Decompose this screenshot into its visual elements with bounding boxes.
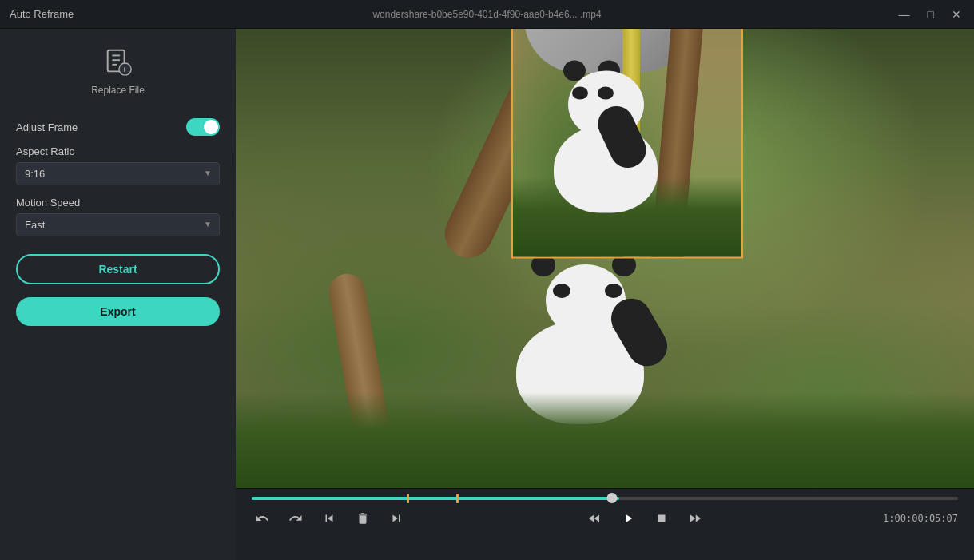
timeline-marker-2	[456, 494, 459, 503]
step-back-button[interactable]	[584, 508, 605, 529]
portrait-preview	[513, 29, 741, 257]
control-bar: 1:00:00:05:07	[236, 488, 974, 560]
maximize-button[interactable]: □	[924, 7, 937, 22]
svg-text:+: +	[121, 65, 127, 74]
skip-prev-button[interactable]	[319, 508, 340, 529]
close-button[interactable]: ✕	[948, 7, 964, 22]
redo-button[interactable]	[285, 508, 306, 529]
video-area: 1:00:00:05:07	[236, 29, 974, 560]
app-title: Auto Reframe	[10, 8, 74, 20]
step-forward-button[interactable]	[685, 508, 706, 529]
timeline[interactable]	[236, 489, 974, 503]
timeline-thumb[interactable]	[606, 493, 617, 503]
reframe-overlay[interactable]	[511, 29, 743, 259]
toggle-knob	[204, 120, 218, 134]
minimize-button[interactable]: —	[896, 7, 913, 22]
video-canvas	[236, 29, 974, 488]
play-button[interactable]	[618, 508, 638, 529]
export-button[interactable]: Export	[16, 297, 220, 326]
motion-speed-wrapper: Motion Speed Slow Normal Fast ▼	[16, 197, 220, 236]
panda-eye-right	[605, 284, 622, 298]
video-foliage	[236, 392, 974, 488]
stop-button[interactable]	[651, 508, 672, 529]
replace-file-icon: +	[101, 45, 136, 80]
portrait-panda-eye-r	[598, 87, 614, 100]
aspect-ratio-select[interactable]: 9:16 16:9 1:1 4:5 4:3	[16, 162, 220, 185]
title-bar: Auto Reframe wondershare-b0be5e90-401d-4…	[0, 0, 974, 29]
delete-button[interactable]	[352, 508, 373, 529]
playback-controls: 1:00:00:05:07	[236, 503, 974, 534]
aspect-ratio-label: Aspect Ratio	[16, 145, 220, 157]
window-controls: — □ ✕	[896, 7, 964, 22]
adjust-frame-toggle[interactable]	[186, 118, 220, 136]
aspect-ratio-wrapper: Aspect Ratio 9:16 16:9 1:1 4:5 4:3 ▼	[16, 145, 220, 185]
sidebar: + Replace File Adjust Frame Aspect Ratio…	[0, 29, 236, 560]
main-layout: + Replace File Adjust Frame Aspect Ratio…	[0, 29, 974, 560]
undo-button[interactable]	[252, 508, 272, 529]
adjust-frame-row: Adjust Frame	[16, 118, 220, 136]
time-display: 1:00:00:05:07	[883, 513, 958, 524]
adjust-frame-label: Adjust Frame	[16, 121, 78, 133]
restart-button[interactable]: Restart	[16, 254, 220, 284]
timeline-progress	[252, 497, 619, 500]
skip-next-button[interactable]	[386, 508, 407, 529]
filename-label: wondershare-b0be5e90-401d-4f90-aae0-b4e6…	[372, 9, 601, 20]
replace-file-button[interactable]: + Replace File	[16, 45, 220, 96]
replace-file-label: Replace File	[91, 85, 145, 96]
motion-speed-label: Motion Speed	[16, 197, 220, 209]
timeline-track[interactable]	[252, 497, 958, 500]
motion-speed-select[interactable]: Slow Normal Fast	[16, 213, 220, 236]
